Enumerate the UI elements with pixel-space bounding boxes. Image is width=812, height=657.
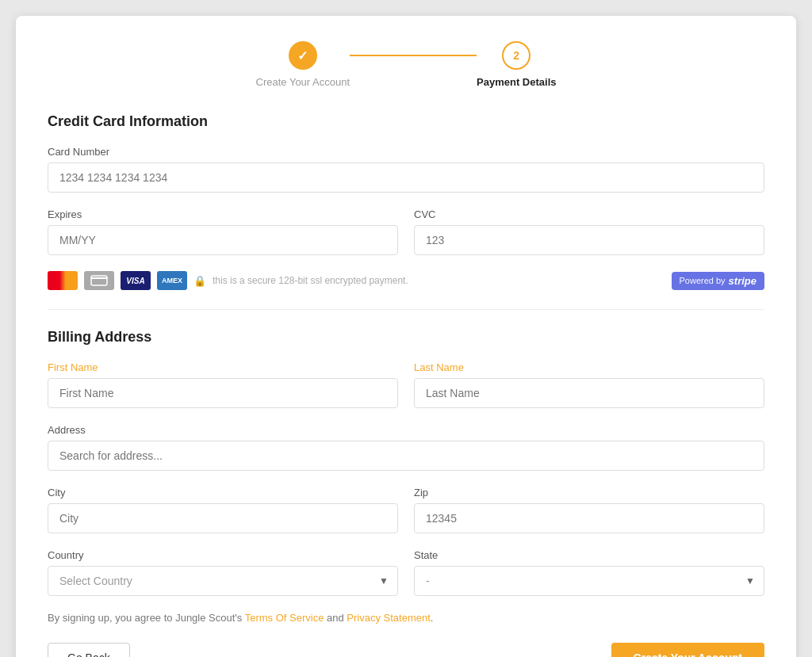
card-number-label: Card Number [48,146,764,158]
address-label: Address [48,424,764,436]
state-select-wrapper: - New York California ▼ [414,566,764,596]
cvc-field: CVC [414,208,764,255]
last-name-input[interactable] [414,378,764,408]
state-select[interactable]: - New York California [414,566,764,596]
secure-text: this is a secure 128-bit ssl encrypted p… [213,275,408,286]
address-field: Address [48,424,764,471]
stepper: Create Your Account 2 Payment Details [48,41,764,88]
billing-section: Billing Address First Name Last Name Add… [48,329,764,596]
buttons-row: Go Back Create Your Account [48,643,764,657]
step-1: Create Your Account [256,41,350,88]
country-state-row: Country Select Country United States Uni… [48,549,764,596]
agreement-middle: and [324,612,347,624]
footer-agreement: By signing up, you agree to Jungle Scout… [48,612,764,624]
first-name-label: First Name [48,361,398,373]
agreement-suffix: . [431,612,434,624]
cvc-input[interactable] [414,225,764,255]
step-2-label: Payment Details [477,76,556,88]
first-name-field: First Name [48,361,398,408]
expires-input[interactable] [48,225,398,255]
cvc-label: CVC [414,208,764,220]
step-2: 2 Payment Details [477,41,556,88]
first-name-input[interactable] [48,378,398,408]
zip-label: Zip [414,487,764,498]
stripe-badge: Powered by stripe [672,272,765,290]
city-label: City [48,487,398,498]
svg-rect-0 [91,276,107,285]
step-line [350,55,477,56]
city-zip-row: City Zip [48,487,764,533]
city-input[interactable] [48,503,398,533]
card-number-input[interactable] [48,162,764,193]
country-select-wrapper: Select Country United States United King… [48,566,398,596]
lock-icon: 🔒 [193,275,206,287]
city-field: City [48,487,398,533]
main-card: Create Your Account 2 Payment Details Cr… [16,16,796,657]
expires-label: Expires [48,208,398,220]
billing-title: Billing Address [48,329,764,346]
step-2-number: 2 [513,49,519,62]
step-2-circle: 2 [502,41,530,70]
name-row: First Name Last Name [48,361,764,408]
agreement-prefix: By signing up, you agree to Jungle Scout… [48,612,245,624]
stripe-name: stripe [729,275,756,287]
state-label: State [414,549,764,561]
state-field: State - New York California ▼ [414,549,764,596]
zip-input[interactable] [414,503,764,533]
last-name-label: Last Name [414,361,764,373]
zip-field: Zip [414,487,764,533]
credit-card-section: Credit Card Information Card Number Expi… [48,113,764,290]
tos-link[interactable]: Terms Of Service [245,612,324,624]
mastercard-icon [48,271,78,290]
country-select[interactable]: Select Country United States United King… [48,566,398,596]
credit-card-title: Credit Card Information [48,113,764,130]
address-input[interactable] [48,441,764,471]
powered-by-text: Powered by [680,276,726,285]
card-number-field: Card Number [48,146,764,193]
country-label: Country [48,549,398,561]
privacy-link[interactable]: Privacy Statement [347,612,431,624]
section-divider [48,309,764,310]
amex-icon: AMEX [157,271,187,290]
expires-field: Expires [48,208,398,255]
create-account-button[interactable]: Create Your Account [611,643,764,657]
generic-card-icon [84,271,114,290]
visa-icon: VISA [121,271,151,290]
expires-cvc-row: Expires CVC [48,208,764,255]
step-1-circle [289,41,317,70]
checkmark-icon [297,48,308,63]
card-icons-row: VISA AMEX 🔒 this is a secure 128-bit ssl… [48,271,764,290]
go-back-button[interactable]: Go Back [48,643,130,657]
step-1-label: Create Your Account [256,76,350,88]
last-name-field: Last Name [414,361,764,408]
country-field: Country Select Country United States Uni… [48,549,398,596]
